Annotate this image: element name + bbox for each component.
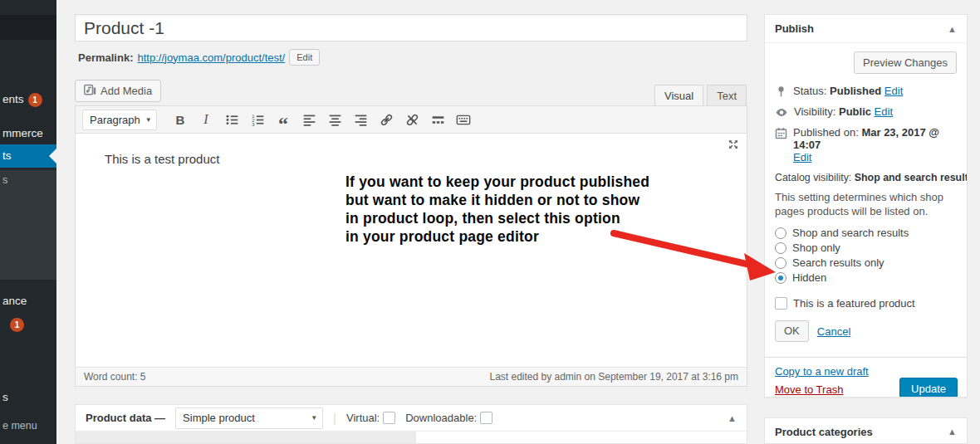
visual-editor: Paragraph ▼ B I 123 “	[75, 105, 747, 387]
collapse-panel-icon[interactable]: ▲	[948, 427, 957, 437]
remove-link-icon[interactable]	[401, 110, 423, 129]
calendar-icon	[775, 127, 787, 139]
sidebar-item-collapse-menu[interactable]: e menu	[2, 420, 37, 432]
product-description-text: This is a test product	[105, 152, 219, 166]
plugins-update-badge[interactable]: 1	[10, 318, 24, 332]
editor-toolbar: Paragraph ▼ B I 123 “	[76, 106, 747, 134]
catalog-visibility-description: This setting determines which shop pages…	[775, 190, 957, 218]
wordpress-product-edit-page: ents1 mmerce ts s ance 1 s e menu Produc…	[0, 0, 980, 444]
ok-button[interactable]: OK	[775, 320, 809, 342]
insert-link-icon[interactable]	[375, 110, 397, 129]
chevron-down-icon: ▼	[145, 116, 152, 124]
sidebar-item-settings[interactable]: s	[2, 391, 8, 403]
sidebar-item-products-active[interactable]: ts	[0, 144, 56, 168]
insert-more-tag-icon[interactable]	[427, 110, 448, 129]
numbered-list-icon[interactable]: 123	[247, 110, 268, 129]
product-data-header: Product data — Simple product ▼ | Virtua…	[76, 405, 747, 432]
radio-button[interactable]	[775, 257, 786, 269]
bold-button[interactable]: B	[169, 110, 191, 129]
product-title-input[interactable]: Product -1	[75, 14, 747, 41]
bulleted-list-icon[interactable]	[221, 110, 243, 129]
edit-published-date-link[interactable]: Edit	[793, 151, 811, 163]
published-on-row: Published on: Mar 23, 2017 @ 14:07Edit	[775, 126, 957, 163]
svg-text:3: 3	[252, 122, 255, 127]
virtual-label: Virtual:	[346, 412, 395, 424]
edit-visibility-link[interactable]: Edit	[875, 105, 893, 118]
permalink-url-link[interactable]: http://joymaa.com/product/test/	[137, 51, 285, 64]
downloadable-checkbox[interactable]	[480, 412, 492, 424]
toolbar-toggle-icon[interactable]	[453, 110, 474, 129]
italic-button[interactable]: I	[195, 110, 217, 129]
sidebar-item-appearance[interactable]: ance	[2, 295, 27, 307]
publish-header[interactable]: Publish ▲	[765, 15, 967, 43]
paragraph-format-select[interactable]: Paragraph ▼	[82, 110, 157, 130]
permalink-edit-button[interactable]: Edit	[289, 49, 320, 66]
catalog-option-hidden[interactable]: Hidden	[775, 271, 957, 285]
virtual-checkbox[interactable]	[383, 412, 395, 424]
visibility-value: Public	[839, 105, 871, 118]
catalog-option-search-only[interactable]: Search results only	[775, 256, 957, 270]
sidebar-item-comments[interactable]: ents1	[2, 93, 42, 107]
cancel-link[interactable]: Cancel	[817, 325, 850, 338]
active-menu-arrow	[49, 149, 56, 163]
preview-changes-button[interactable]: Preview Changes	[854, 51, 957, 74]
editor-status-bar: Word count: 5 Last edited by admin on Se…	[76, 367, 747, 386]
permalink-label: Permalink:	[78, 51, 133, 64]
editor-content-area[interactable]: This is a test product If you want to ke…	[76, 134, 747, 367]
add-media-button[interactable]: Add Media	[75, 80, 161, 102]
annotation-text: If you want to keep your product publish…	[345, 173, 649, 246]
catalog-visibility-value: Shop and search results	[855, 172, 968, 183]
sidebar-menu-band	[0, 15, 56, 40]
pin-icon	[775, 85, 787, 98]
product-data-panel: Product data — Simple product ▼ | Virtua…	[75, 404, 747, 444]
editor-column: Product -1 Permalink: http://joymaa.com/…	[75, 0, 747, 444]
product-data-tabs-area	[76, 432, 416, 443]
visibility-row: Visibility: Public Edit	[775, 105, 957, 119]
catalog-visibility-row: Catalog visibility: Shop and search resu…	[775, 172, 957, 183]
featured-product-row[interactable]: This is a featured product	[775, 297, 957, 310]
blockquote-icon[interactable]: “	[272, 110, 294, 129]
downloadable-label: Downloadable:	[405, 412, 492, 424]
move-to-trash-link[interactable]: Move to Trash	[775, 383, 843, 396]
product-categories-title: Product categories	[775, 426, 873, 438]
product-type-select[interactable]: Simple product ▼	[175, 407, 323, 429]
collapse-panel-icon[interactable]: ▲	[728, 413, 737, 423]
publish-body: Preview Changes Status: Published Edit V…	[765, 43, 967, 357]
featured-product-checkbox[interactable]	[775, 297, 787, 310]
status-value: Published	[830, 85, 881, 97]
status-row: Status: Published Edit	[775, 85, 957, 98]
permalink-row: Permalink: http://joymaa.com/product/tes…	[78, 49, 320, 66]
catalog-option-shop-only[interactable]: Shop only	[775, 242, 957, 255]
align-center-icon[interactable]	[324, 110, 345, 129]
tab-text[interactable]: Text	[707, 85, 747, 106]
tab-visual[interactable]: Visual	[654, 85, 703, 106]
collapse-panel-icon[interactable]: ▲	[948, 24, 957, 34]
product-categories-header[interactable]: Product categories ▲	[765, 418, 967, 444]
eye-icon	[775, 106, 788, 119]
word-count: Word count: 5	[84, 371, 145, 383]
catalog-option-shop-and-search[interactable]: Shop and search results	[775, 227, 957, 240]
publish-title: Publish	[775, 22, 814, 35]
update-button[interactable]: Update	[899, 378, 958, 398]
products-submenu-block	[0, 170, 56, 280]
product-data-body	[76, 432, 747, 443]
chevron-down-icon: ▼	[311, 414, 317, 422]
radio-button[interactable]	[775, 242, 786, 254]
publish-footer: Copy to a new draft Move to Trash Update	[765, 357, 967, 398]
sidebar-item-woocommerce[interactable]: mmerce	[2, 127, 43, 139]
product-categories-panel: Product categories ▲	[764, 417, 968, 444]
align-left-icon[interactable]	[298, 110, 320, 129]
edit-status-link[interactable]: Edit	[884, 85, 903, 97]
radio-button-selected[interactable]	[775, 272, 786, 284]
product-data-title: Product data —	[86, 412, 165, 424]
comments-count-badge: 1	[28, 93, 42, 107]
editor-mode-tabs: Visual Text	[654, 85, 747, 106]
radio-button[interactable]	[775, 227, 786, 239]
admin-sidebar: ents1 mmerce ts s ance 1 s e menu	[0, 0, 56, 444]
copy-to-new-draft-link[interactable]: Copy to a new draft	[775, 365, 869, 378]
align-right-icon[interactable]	[350, 110, 371, 129]
add-media-icon	[84, 84, 96, 99]
last-edited-info: Last edited by admin on September 19, 20…	[489, 371, 738, 383]
sidebar-submenu-item[interactable]: s	[2, 174, 7, 186]
distraction-free-icon[interactable]	[727, 138, 740, 154]
